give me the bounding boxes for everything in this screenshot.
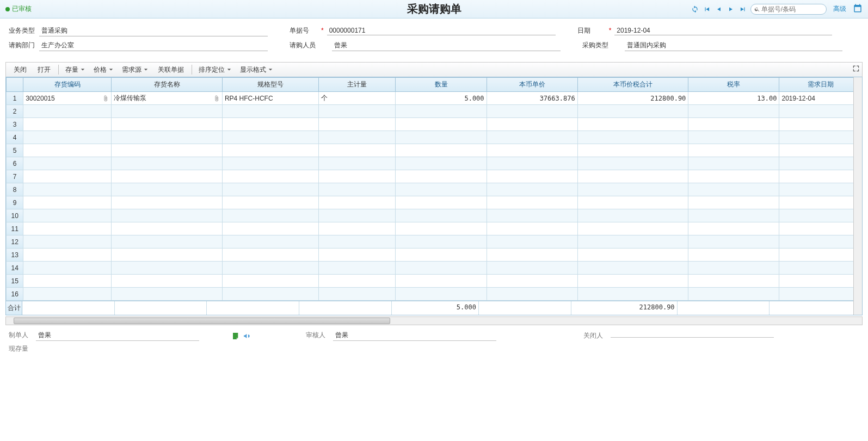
search-icon — [754, 6, 760, 13]
demand-dropdown[interactable]: 需求源 — [119, 64, 151, 76]
totals-row: 合计 5.000 212800.90 — [6, 301, 862, 315]
stock-dropdown[interactable]: 存量 — [62, 64, 88, 76]
cell-price[interactable]: 37663.876 — [487, 92, 577, 105]
date-field[interactable]: 2019-12-04 — [614, 27, 832, 35]
row-number: 13 — [7, 249, 23, 262]
table-row[interactable]: 130020015冷煤传输泵RP4 HFC-HCFC个5.00037663.87… — [7, 92, 862, 105]
cell-amount[interactable]: 212800.90 — [577, 92, 688, 105]
cell-unit[interactable]: 个 — [319, 92, 396, 105]
col-reqdate[interactable]: 需求日期 — [779, 78, 862, 92]
table-row[interactable]: 2 — [7, 105, 862, 118]
purchase-type-field[interactable]: 普通国内采购 — [625, 41, 842, 51]
doc-no-label: 单据号 — [290, 26, 320, 35]
col-qty[interactable]: 数量 — [396, 78, 487, 92]
row-number: 2 — [7, 105, 23, 118]
announce-icon[interactable] — [243, 332, 251, 340]
table-row[interactable]: 5 — [7, 144, 862, 157]
horizontal-scrollbar[interactable] — [5, 316, 863, 325]
calendar-icon[interactable] — [853, 3, 863, 15]
refresh-icon[interactable] — [691, 5, 699, 14]
row-number: 8 — [7, 183, 23, 196]
sort-dropdown[interactable]: 排序定位 — [195, 64, 235, 76]
auditor-field: 曾果 — [333, 331, 496, 341]
table-row[interactable]: 3 — [7, 118, 862, 131]
col-price[interactable]: 本币单价 — [487, 78, 577, 92]
prev-icon[interactable] — [715, 5, 723, 14]
cell-name[interactable]: 冷煤传输泵 — [112, 92, 223, 105]
chevron-down-icon — [109, 67, 113, 72]
purchase-type-label: 采购类型 — [582, 41, 613, 50]
col-spec[interactable]: 规格型号 — [222, 78, 319, 92]
advanced-link[interactable]: 高级 — [833, 4, 846, 14]
chevron-down-icon — [144, 67, 148, 72]
totals-qty: 5.000 — [392, 301, 479, 315]
search-box[interactable] — [750, 4, 827, 15]
next-icon[interactable] — [727, 5, 735, 14]
table-row[interactable]: 6 — [7, 157, 862, 170]
vertical-scrollbar[interactable] — [853, 77, 862, 315]
table-row[interactable]: 13 — [7, 249, 862, 262]
table-row[interactable]: 10 — [7, 209, 862, 222]
attachment-icon[interactable] — [213, 95, 220, 102]
table-row[interactable]: 12 — [7, 235, 862, 249]
related-button[interactable]: 关联单据 — [153, 64, 188, 76]
col-rownum[interactable] — [7, 78, 23, 92]
doc-no-field[interactable]: 0000000171 — [327, 27, 556, 35]
required-icon: * — [321, 27, 324, 34]
row-number: 3 — [7, 118, 23, 131]
data-grid[interactable]: 存货编码 存货名称 规格型号 主计量 数量 本币单价 本币价税合计 税率 需求日… — [6, 77, 862, 301]
dept-field[interactable]: 生产办公室 — [39, 41, 268, 51]
table-row[interactable]: 4 — [7, 131, 862, 144]
dept-label: 请购部门 — [9, 41, 39, 50]
attachment-icon[interactable] — [102, 95, 109, 102]
table-row[interactable]: 9 — [7, 196, 862, 209]
table-row[interactable]: 15 — [7, 275, 862, 288]
row-number: 15 — [7, 275, 23, 288]
chevron-down-icon — [81, 67, 85, 72]
table-row[interactable]: 14 — [7, 262, 862, 275]
table-row[interactable]: 8 — [7, 183, 862, 196]
note-icon[interactable] — [232, 332, 241, 340]
table-row[interactable]: 16 — [7, 288, 862, 301]
cell-spec[interactable]: RP4 HFC-HCFC — [222, 92, 319, 105]
form-area: 业务类型 普通采购 单据号 * 0000000171 日期 * 2019-12-… — [0, 18, 868, 60]
maker-label: 制单人 — [9, 331, 36, 340]
header-row: 存货编码 存货名称 规格型号 主计量 数量 本币单价 本币价税合计 税率 需求日… — [7, 78, 862, 92]
scroll-thumb[interactable] — [14, 318, 390, 324]
search-input[interactable] — [761, 5, 823, 13]
col-amount[interactable]: 本币价税合计 — [577, 78, 688, 92]
last-icon[interactable] — [738, 5, 747, 14]
totals-amount: 212800.90 — [571, 301, 678, 315]
maker-field: 曾果 — [36, 331, 199, 341]
row-number: 16 — [7, 288, 23, 301]
cell-reqdate[interactable]: 2019-12-04 — [779, 92, 862, 105]
status-text: 已审核 — [12, 4, 32, 14]
col-tax[interactable]: 税率 — [688, 78, 779, 92]
cell-tax[interactable]: 13.00 — [688, 92, 779, 105]
close-button[interactable]: 关闭 — [9, 64, 31, 76]
row-number: 9 — [7, 196, 23, 209]
closer-label: 关闭人 — [583, 331, 611, 340]
col-name[interactable]: 存货名称 — [112, 78, 223, 92]
col-unit[interactable]: 主计量 — [319, 78, 396, 92]
required-icon: * — [609, 27, 612, 34]
display-dropdown[interactable]: 显示格式 — [237, 64, 276, 76]
first-icon[interactable] — [703, 5, 711, 14]
table-row[interactable]: 7 — [7, 170, 862, 183]
header-right: 高级 — [691, 3, 863, 15]
col-code[interactable]: 存货编码 — [23, 78, 112, 92]
cell-qty[interactable]: 5.000 — [396, 92, 487, 105]
price-dropdown[interactable]: 价格 — [90, 64, 116, 76]
business-type-field[interactable]: 普通采购 — [39, 26, 268, 36]
open-button[interactable]: 打开 — [33, 64, 55, 76]
status-badge: 已审核 — [5, 4, 32, 14]
grid-toolbar: 关闭 打开 存量 价格 需求源 关联单据 排序定位 显示格式 — [5, 62, 863, 77]
table-row[interactable]: 11 — [7, 222, 862, 235]
grid-container: 存货编码 存货名称 规格型号 主计量 数量 本币单价 本币价税合计 税率 需求日… — [5, 77, 863, 315]
cell-code[interactable]: 30020015 — [23, 92, 112, 105]
totals-label: 合计 — [6, 301, 22, 315]
row-number: 5 — [7, 144, 23, 157]
status-dot-icon — [5, 7, 10, 11]
expand-icon[interactable] — [852, 65, 860, 74]
person-field[interactable]: 曾果 — [332, 41, 561, 51]
